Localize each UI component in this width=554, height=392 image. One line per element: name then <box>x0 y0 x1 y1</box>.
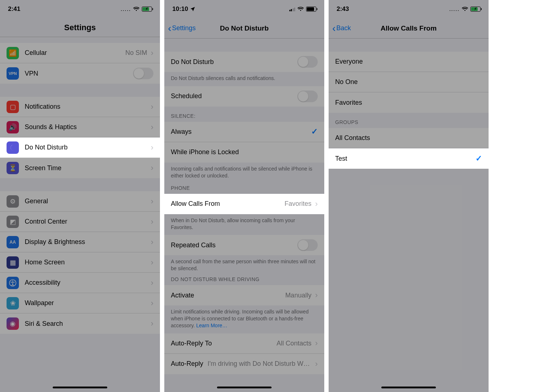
allow-calls-screen: 2:43 ..... ⚡︎ ‹ Back Allow Calls From Ev… <box>329 0 489 392</box>
row-dnd-toggle[interactable]: Do Not Disturb <box>164 52 324 72</box>
row-label: Siri & Search <box>25 320 149 328</box>
section-footer: Limit notifications while driving. Incom… <box>164 305 324 333</box>
row-test-group[interactable]: Test ✓ <box>329 148 489 169</box>
chevron-right-icon: › <box>151 299 153 308</box>
scheduled-toggle[interactable] <box>297 91 318 102</box>
row-auto-reply[interactable]: Auto-Reply I'm driving with Do Not Distu… <box>164 354 324 374</box>
row-no-one[interactable]: No One <box>329 72 489 92</box>
row-notifications[interactable]: ▢ Notifications › <box>0 97 160 117</box>
row-wallpaper[interactable]: ❀ Wallpaper › <box>0 293 160 313</box>
row-accessibility[interactable]: Accessibility › <box>0 273 160 293</box>
back-button[interactable]: ‹ Back <box>332 23 351 33</box>
checkmark-icon: ✓ <box>475 154 482 163</box>
row-label: Do Not Disturb <box>25 144 149 151</box>
status-time: 2:41 <box>8 5 20 13</box>
section-header-silence: SILENCE: <box>164 107 324 122</box>
learn-more-link[interactable]: Learn More… <box>196 323 228 328</box>
row-activate[interactable]: Activate Manually › <box>164 285 324 305</box>
dnd-toggle[interactable] <box>297 56 318 68</box>
row-label: Do Not Disturb <box>171 58 297 66</box>
row-scheduled[interactable]: Scheduled <box>164 86 324 107</box>
chevron-right-icon: › <box>151 102 153 112</box>
row-screen-time[interactable]: ⏳ Screen Time › <box>0 158 160 178</box>
section-footer: When in Do Not Disturb, allow incoming c… <box>164 214 324 235</box>
row-label: Test <box>335 155 475 163</box>
battery-icon: ⚡︎ <box>470 7 481 12</box>
back-label: Back <box>336 24 351 32</box>
location-icon <box>190 7 195 12</box>
row-label: Accessibility <box>25 279 149 287</box>
vpn-toggle[interactable] <box>133 68 153 79</box>
row-detail: No SIM <box>125 49 147 57</box>
page-title: Settings <box>0 23 160 32</box>
chevron-right-icon: › <box>151 197 153 206</box>
row-control-center[interactable]: ◩ Control Center › <box>0 212 160 232</box>
row-do-not-disturb[interactable]: Do Not Disturb › <box>0 137 160 158</box>
row-label: While iPhone is Locked <box>171 148 318 156</box>
row-label: Control Center <box>25 218 149 225</box>
chevron-right-icon: › <box>151 237 153 247</box>
row-vpn[interactable]: VPN VPN <box>0 63 160 84</box>
row-general[interactable]: ⚙︎ General › <box>0 191 160 212</box>
row-label: Activate <box>171 292 285 299</box>
row-label: Auto-Reply To <box>171 340 277 347</box>
row-label: Favorites <box>335 99 482 107</box>
wifi-icon <box>462 7 468 12</box>
row-display[interactable]: AA Display & Brightness › <box>0 232 160 252</box>
row-detail: I'm driving with Do Not Disturb While Dr… <box>208 360 312 368</box>
row-siri[interactable]: ◉ Siri & Search › <box>0 313 160 334</box>
row-label: Auto-Reply <box>171 360 203 368</box>
row-auto-reply-to[interactable]: Auto-Reply To All Contacts › <box>164 333 324 354</box>
row-detail: All Contacts <box>277 340 312 347</box>
chevron-left-icon: ‹ <box>332 23 336 33</box>
row-always[interactable]: Always ✓ <box>164 122 324 142</box>
moon-icon <box>7 141 19 154</box>
home-indicator[interactable] <box>381 387 436 388</box>
row-detail: Manually <box>285 292 312 299</box>
chevron-right-icon: › <box>315 359 318 369</box>
row-sounds[interactable]: 🔊 Sounds & Haptics › <box>0 117 160 137</box>
cellular-icon: 📶 <box>7 47 19 59</box>
wallpaper-icon: ❀ <box>7 297 19 309</box>
nav-bar: Settings <box>0 18 160 37</box>
row-label: Always <box>171 128 311 136</box>
row-favorites[interactable]: Favorites <box>329 92 489 113</box>
row-allow-calls-from[interactable]: Allow Calls From Favorites › <box>164 194 324 214</box>
row-label: Repeated Calls <box>171 241 297 249</box>
row-cellular[interactable]: 📶 Cellular No SIM › <box>0 43 160 63</box>
row-while-locked[interactable]: While iPhone is Locked <box>164 142 324 163</box>
row-label: Notifications <box>25 103 149 111</box>
back-label: Settings <box>172 24 196 32</box>
home-indicator[interactable] <box>53 387 107 388</box>
back-button[interactable]: ‹ Settings <box>168 23 196 33</box>
row-label: Scheduled <box>171 92 297 100</box>
checkmark-icon: ✓ <box>311 127 318 136</box>
battery-icon: ⚡︎ <box>142 7 152 12</box>
row-repeated-calls[interactable]: Repeated Calls <box>164 235 324 255</box>
display-icon: AA <box>7 236 19 248</box>
row-home-screen[interactable]: ▦ Home Screen › <box>0 252 160 273</box>
section-footer: Do Not Disturb silences calls and notifi… <box>164 72 324 86</box>
home-indicator[interactable] <box>217 387 272 388</box>
chevron-right-icon: › <box>151 143 153 152</box>
row-all-contacts[interactable]: All Contacts <box>329 128 489 148</box>
row-label: Screen Time <box>25 164 149 172</box>
chevron-right-icon: › <box>151 278 153 288</box>
siri-icon: ◉ <box>7 317 19 330</box>
repeated-toggle[interactable] <box>297 239 318 251</box>
row-label: Display & Brightness <box>25 238 149 246</box>
row-everyone[interactable]: Everyone <box>329 52 489 72</box>
row-label: All Contacts <box>335 134 482 142</box>
row-label: Sounds & Haptics <box>25 123 149 131</box>
gear-icon: ⚙︎ <box>7 195 19 208</box>
chevron-right-icon: › <box>151 123 153 132</box>
status-time: 10:10 <box>172 5 188 13</box>
status-bar: 2:43 ..... ⚡︎ <box>329 0 489 18</box>
battery-icon <box>306 7 316 12</box>
hourglass-icon: ⏳ <box>7 162 19 174</box>
row-label: Allow Calls From <box>171 200 285 208</box>
accessibility-icon <box>7 277 19 289</box>
control-center-icon: ◩ <box>7 216 19 228</box>
wifi-icon <box>297 7 304 12</box>
nav-bar: ‹ Back Allow Calls From <box>329 18 489 39</box>
